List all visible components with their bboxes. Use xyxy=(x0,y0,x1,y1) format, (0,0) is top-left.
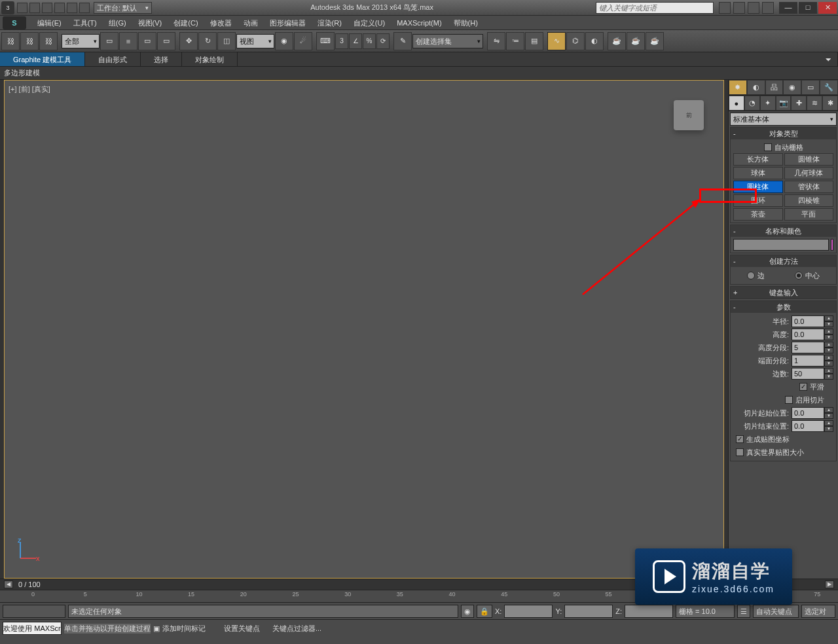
menu-tools[interactable]: 工具(T) xyxy=(67,16,103,29)
scale-icon[interactable]: ◫ xyxy=(217,32,236,50)
menu-maxscript[interactable]: MAXScript(M) xyxy=(391,16,447,29)
close-button[interactable]: ✕ xyxy=(818,2,837,14)
link-tool-icon[interactable]: ⛓ xyxy=(1,32,20,50)
render-icon[interactable]: ☕ xyxy=(646,32,664,50)
ribbon-toggle-icon[interactable]: ⏷ xyxy=(820,52,838,66)
tab-graphite[interactable]: Graphite 建模工具 xyxy=(0,52,85,66)
unlink-tool-icon[interactable]: ⛓ xyxy=(20,32,39,50)
render-setup-icon[interactable]: ☕ xyxy=(608,32,626,50)
gen-uv-checkbox[interactable] xyxy=(736,435,744,443)
modify-tab-icon[interactable]: ◐ xyxy=(747,80,765,95)
sphere-button[interactable]: 球体 xyxy=(733,167,783,179)
menu-modifiers[interactable]: 修改器 xyxy=(204,16,238,29)
menu-create[interactable]: 创建(C) xyxy=(168,16,204,29)
manipulate-icon[interactable]: ☄ xyxy=(294,32,312,50)
undo-icon[interactable] xyxy=(54,3,65,13)
pivot-icon[interactable]: ◉ xyxy=(275,32,293,50)
menu-edit[interactable]: 编辑(E) xyxy=(31,16,67,29)
color-swatch[interactable] xyxy=(831,239,833,251)
menu-rendering[interactable]: 渲染(R) xyxy=(312,16,348,29)
auto-grid-checkbox[interactable] xyxy=(764,143,772,151)
exchange-icon[interactable] xyxy=(748,2,759,14)
percent-snap-icon[interactable]: % xyxy=(363,33,376,49)
cylinder-button[interactable]: 圆柱体 xyxy=(733,181,783,193)
named-selection-dropdown[interactable]: 创建选择集 xyxy=(412,34,483,48)
edit-selection-set-icon[interactable]: ✎ xyxy=(393,32,412,50)
selection-lock-icon[interactable] xyxy=(3,605,65,618)
edge-radio[interactable] xyxy=(747,272,755,279)
height-segs-spinner[interactable]: ▲▼ xyxy=(792,342,833,353)
selected-button[interactable]: 选定对 xyxy=(801,605,835,618)
mirror-icon[interactable]: ⇋ xyxy=(487,32,505,50)
menu-customize[interactable]: 自定义(U) xyxy=(348,16,391,29)
material-editor-icon[interactable]: ◐ xyxy=(585,32,604,50)
motion-tab-icon[interactable]: ◉ xyxy=(783,80,801,95)
save-icon[interactable] xyxy=(42,3,52,13)
minimize-button[interactable]: — xyxy=(779,2,797,14)
tab-selection[interactable]: 选择 xyxy=(141,52,182,66)
key-filter-button[interactable]: 关键点过滤器... xyxy=(272,624,338,634)
rollout-head-creation-method[interactable]: -创建方法 xyxy=(731,255,836,267)
cap-segs-spinner[interactable]: ▲▼ xyxy=(792,355,833,367)
tube-button[interactable]: 管状体 xyxy=(784,181,834,193)
z-coord-input[interactable] xyxy=(625,605,673,618)
menu-animation[interactable]: 动画 xyxy=(238,16,264,29)
range-left-icon[interactable]: ◀ xyxy=(4,581,13,588)
comm-center-icon[interactable]: ☰ xyxy=(737,605,750,618)
display-tab-icon[interactable]: ▭ xyxy=(801,80,820,95)
viewport-label[interactable]: [+] [前] [真实] xyxy=(9,84,50,94)
viewport-front[interactable]: [+] [前] [真实] 前 z x xyxy=(4,80,724,579)
bind-tool-icon[interactable]: ⛓ xyxy=(39,32,58,50)
create-tab-icon[interactable]: ✸ xyxy=(729,80,747,95)
link-icon[interactable] xyxy=(79,3,90,13)
lights-subtab-icon[interactable]: ✦ xyxy=(760,96,776,111)
workspace-selector[interactable]: 工作台: 默认 xyxy=(94,2,152,14)
star-icon[interactable] xyxy=(733,2,745,14)
x-coord-input[interactable] xyxy=(504,605,553,618)
spinner-snap-icon[interactable]: ⟳ xyxy=(376,33,390,49)
object-name-input[interactable] xyxy=(733,239,829,251)
y-coord-input[interactable] xyxy=(564,605,613,618)
infocenter-icon[interactable] xyxy=(719,2,731,14)
plane-button[interactable]: 平面 xyxy=(784,208,834,221)
helpers-subtab-icon[interactable]: ✚ xyxy=(791,96,807,111)
selection-filter-dropdown[interactable]: 全部 xyxy=(62,34,100,48)
torus-button[interactable]: 圆环 xyxy=(733,194,783,207)
autokey-button[interactable]: 自动关键点 xyxy=(753,605,799,618)
isolate-icon[interactable]: ◉ xyxy=(461,605,474,618)
lock-icon[interactable]: 🔒 xyxy=(477,605,492,618)
slice-on-checkbox[interactable] xyxy=(785,396,793,404)
pyramid-button[interactable]: 四棱锥 xyxy=(784,194,834,207)
select-region-icon[interactable]: ▭ xyxy=(138,32,156,50)
maximize-button[interactable]: □ xyxy=(799,2,817,14)
layer-manager-icon[interactable]: ▤ xyxy=(525,32,543,50)
move-icon[interactable]: ✥ xyxy=(179,32,198,50)
category-dropdown[interactable]: 标准基本体 xyxy=(730,113,837,126)
systems-subtab-icon[interactable]: ✱ xyxy=(822,96,838,111)
center-radio[interactable] xyxy=(795,272,803,279)
schematic-view-icon[interactable]: ⌬ xyxy=(566,32,585,50)
box-button[interactable]: 长方体 xyxy=(733,153,783,166)
search-input[interactable]: 键入关键字或短语 xyxy=(596,2,714,14)
geometry-subtab-icon[interactable]: ● xyxy=(729,96,744,111)
menu-group[interactable]: 组(G) xyxy=(103,16,132,29)
tab-object-paint[interactable]: 对象绘制 xyxy=(182,52,238,66)
add-time-tag[interactable]: 添加时间标记 xyxy=(162,624,221,634)
cameras-subtab-icon[interactable]: 📷 xyxy=(776,96,792,111)
maxscript-mini-listener[interactable]: 欢迎使用 MAXScr xyxy=(3,622,62,635)
menu-help[interactable]: 帮助(H) xyxy=(448,16,484,29)
redo-icon[interactable] xyxy=(67,3,77,13)
open-icon[interactable] xyxy=(29,3,40,13)
rollout-head-name-color[interactable]: -名称和颜色 xyxy=(731,225,836,237)
new-icon[interactable] xyxy=(17,3,27,13)
range-right-icon[interactable]: ▶ xyxy=(825,581,834,588)
rollout-head-keyboard-entry[interactable]: +键盘输入 xyxy=(731,287,836,298)
viewcube[interactable]: 前 xyxy=(674,100,704,130)
angle-snap-icon[interactable]: ∠ xyxy=(349,33,362,49)
smooth-checkbox[interactable] xyxy=(799,383,807,391)
rollout-head-object-type[interactable]: -对象类型 xyxy=(731,128,836,139)
time-tag-icon[interactable]: ▣ xyxy=(153,624,160,633)
radius-spinner[interactable]: ▲▼ xyxy=(792,315,833,327)
rendered-frame-icon[interactable]: ☕ xyxy=(627,32,645,50)
height-spinner[interactable]: ▲▼ xyxy=(792,329,833,340)
